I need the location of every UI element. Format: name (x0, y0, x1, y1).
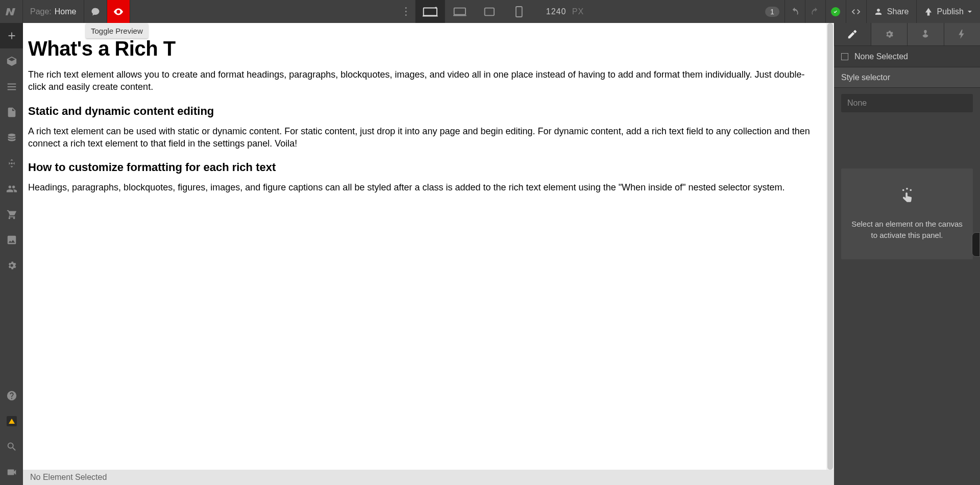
topbar-right: 1 Share Publish (765, 0, 980, 23)
navigator-button[interactable] (0, 74, 23, 100)
svg-point-11 (910, 189, 912, 191)
tab-style-manager[interactable] (907, 23, 944, 45)
rich-text-p3[interactable]: Headings, paragraphs, blockquotes, figur… (28, 181, 821, 193)
viewport-value: 1240 (546, 7, 567, 16)
svg-point-8 (11, 162, 13, 164)
svg-point-9 (906, 188, 908, 190)
rich-text-h3b[interactable]: How to customize formatting for each ric… (28, 161, 821, 174)
tab-interactions[interactable] (944, 23, 981, 45)
share-label: Share (887, 7, 909, 16)
svg-rect-4 (454, 8, 465, 14)
empty-state: Select an element on the canvas to activ… (841, 168, 973, 259)
viewport-unit: PX (572, 7, 584, 16)
svg-point-0 (117, 11, 119, 13)
svg-rect-2 (423, 15, 438, 16)
tab-settings[interactable] (871, 23, 908, 45)
checkbox-icon (841, 53, 848, 60)
status-ok-button[interactable] (825, 0, 846, 23)
rich-text-h1[interactable]: What's a Rich T (28, 37, 826, 60)
selector-input[interactable]: None (841, 94, 973, 112)
undo-button[interactable] (785, 0, 805, 23)
users-button[interactable] (0, 176, 23, 202)
svg-point-10 (902, 189, 904, 191)
panel-drag-handle[interactable] (972, 232, 980, 257)
breakpoint-switcher: 1240 PX (396, 0, 584, 23)
canvas-wrapper: What's a Rich T The rich text element al… (23, 23, 834, 470)
comments-button[interactable] (84, 0, 107, 23)
more-breakpoints-icon[interactable] (396, 7, 415, 16)
rich-text-p1[interactable]: The rich text element allows you to crea… (28, 68, 821, 93)
breakpoint-mobile[interactable] (504, 0, 534, 23)
symbols-button[interactable] (0, 48, 23, 74)
assets-button[interactable] (0, 227, 23, 253)
viewport-size[interactable]: 1240 PX (546, 7, 584, 16)
right-panel-tabs (834, 23, 980, 46)
top-bar: Page: Home 1240 PX 1 (0, 0, 980, 23)
help-button[interactable] (0, 383, 23, 408)
scroll-thumb[interactable] (827, 23, 833, 470)
style-selector-section: Style selector (834, 67, 980, 88)
publish-label: Publish (937, 7, 964, 16)
right-panel: None Selected Style selector None Select… (834, 23, 980, 485)
notification-badge[interactable]: 1 (765, 7, 779, 17)
none-selected-row: None Selected (834, 46, 980, 67)
cms-button[interactable] (0, 125, 23, 151)
left-sidebar (0, 23, 23, 485)
warning-icon (7, 416, 17, 426)
pages-button[interactable] (0, 100, 23, 125)
empty-hint-line1: Select an element on the canvas (850, 219, 964, 230)
search-button[interactable] (0, 434, 23, 459)
ecommerce-button[interactable] (0, 202, 23, 227)
svg-rect-1 (424, 8, 437, 15)
style-selector-label: Style selector (841, 73, 890, 82)
rich-text-p2[interactable]: A rich text element can be used with sta… (28, 125, 821, 150)
canvas[interactable]: What's a Rich T The rich text element al… (23, 23, 826, 470)
canvas-scrollbar[interactable] (826, 23, 834, 470)
svg-rect-5 (453, 15, 467, 16)
share-button[interactable]: Share (866, 0, 916, 23)
check-circle-icon (831, 7, 840, 16)
breakpoint-tablet[interactable] (475, 0, 504, 23)
page-name: Home (55, 7, 77, 16)
none-selected-label: None Selected (854, 52, 908, 61)
status-text: No Element Selected (30, 473, 107, 482)
audit-button[interactable] (0, 408, 23, 434)
breakpoint-desktop[interactable] (445, 0, 475, 23)
tab-style[interactable] (834, 23, 871, 45)
webflow-logo[interactable] (0, 0, 23, 23)
export-code-button[interactable] (846, 0, 866, 23)
settings-button[interactable] (0, 253, 23, 278)
page-selector[interactable]: Page: Home (23, 0, 84, 23)
empty-hint-line2: to activate this panel. (850, 230, 964, 241)
toggle-preview-button[interactable] (107, 0, 130, 23)
page-label: Page: (30, 7, 52, 16)
selector-placeholder: None (847, 99, 867, 108)
breakpoint-desktop-large[interactable] (415, 0, 445, 23)
publish-button[interactable]: Publish (916, 0, 980, 23)
toggle-preview-tooltip: Toggle Preview (86, 23, 148, 38)
video-tutorials-button[interactable] (0, 459, 23, 485)
add-element-button[interactable] (0, 23, 23, 48)
redo-button[interactable] (805, 0, 825, 23)
svg-rect-6 (485, 8, 494, 15)
status-bar: No Element Selected (23, 470, 834, 485)
rich-text-h3a[interactable]: Static and dynamic content editing (28, 105, 821, 118)
click-hand-icon (850, 187, 964, 207)
components-button[interactable] (0, 151, 23, 176)
svg-rect-7 (516, 7, 522, 17)
